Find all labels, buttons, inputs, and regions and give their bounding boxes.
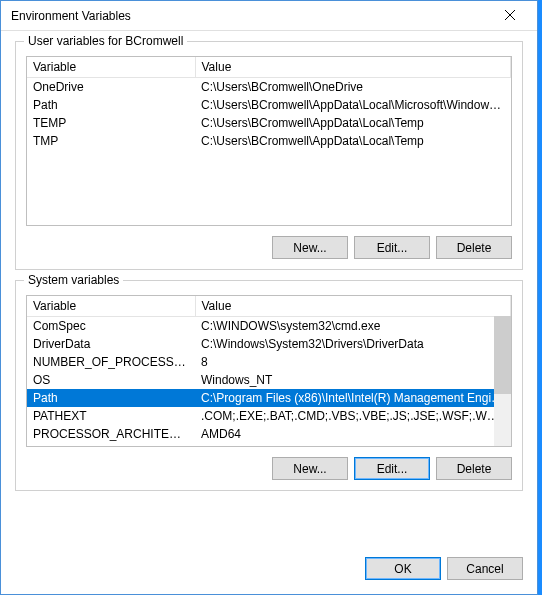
titlebar[interactable]: Environment Variables	[1, 1, 537, 31]
system-variables-table[interactable]: Variable Value ComSpec C:\WINDOWS\system…	[27, 296, 511, 447]
user-variables-table[interactable]: Variable Value OneDrive C:\Users\BCromwe…	[27, 57, 511, 150]
table-row[interactable]: TEMP C:\Users\BCromwell\AppData\Local\Te…	[27, 114, 511, 132]
system-delete-button[interactable]: Delete	[436, 457, 512, 480]
system-button-row: New... Edit... Delete	[26, 457, 512, 480]
dialog-content: User variables for BCromwell Variable Va…	[1, 31, 537, 553]
table-row[interactable]: OS Windows_NT	[27, 371, 511, 389]
user-delete-button[interactable]: Delete	[436, 236, 512, 259]
system-variables-group: System variables Variable Value ComSpec …	[15, 280, 523, 491]
table-row[interactable]: PROCESSOR_IDENTIFIER Intel64 Family 6 Mo…	[27, 443, 511, 447]
table-row[interactable]: PATHEXT .COM;.EXE;.BAT;.CMD;.VBS;.VBE;.J…	[27, 407, 511, 425]
user-col-variable[interactable]: Variable	[27, 57, 195, 78]
table-row[interactable]: Path C:\Users\BCromwell\AppData\Local\Mi…	[27, 96, 511, 114]
window-title: Environment Variables	[11, 9, 487, 23]
sys-col-variable[interactable]: Variable	[27, 296, 195, 317]
user-col-value[interactable]: Value	[195, 57, 511, 78]
user-variables-legend: User variables for BCromwell	[24, 34, 187, 48]
cancel-button[interactable]: Cancel	[447, 557, 523, 580]
system-edit-button[interactable]: Edit...	[354, 457, 430, 480]
system-new-button[interactable]: New...	[272, 457, 348, 480]
system-scrollbar[interactable]	[494, 316, 511, 446]
table-row[interactable]: OneDrive C:\Users\BCromwell\OneDrive	[27, 78, 511, 97]
close-icon	[505, 9, 515, 23]
dialog-footer: OK Cancel	[1, 553, 537, 594]
table-row[interactable]: ComSpec C:\WINDOWS\system32\cmd.exe	[27, 317, 511, 336]
table-row[interactable]: Path C:\Program Files (x86)\Intel\Intel(…	[27, 389, 511, 407]
user-variables-group: User variables for BCromwell Variable Va…	[15, 41, 523, 270]
user-edit-button[interactable]: Edit...	[354, 236, 430, 259]
user-button-row: New... Edit... Delete	[26, 236, 512, 259]
scrollbar-thumb[interactable]	[494, 316, 511, 394]
table-row[interactable]: DriverData C:\Windows\System32\Drivers\D…	[27, 335, 511, 353]
close-button[interactable]	[487, 2, 533, 30]
system-variables-table-wrap: Variable Value ComSpec C:\WINDOWS\system…	[26, 295, 512, 447]
table-row[interactable]: PROCESSOR_ARCHITECTURE AMD64	[27, 425, 511, 443]
table-row[interactable]: TMP C:\Users\BCromwell\AppData\Local\Tem…	[27, 132, 511, 150]
env-variables-dialog: Environment Variables User variables for…	[0, 0, 538, 595]
table-row[interactable]: NUMBER_OF_PROCESSORS 8	[27, 353, 511, 371]
user-new-button[interactable]: New...	[272, 236, 348, 259]
ok-button[interactable]: OK	[365, 557, 441, 580]
sys-col-value[interactable]: Value	[195, 296, 511, 317]
system-variables-legend: System variables	[24, 273, 123, 287]
user-variables-table-wrap: Variable Value OneDrive C:\Users\BCromwe…	[26, 56, 512, 226]
